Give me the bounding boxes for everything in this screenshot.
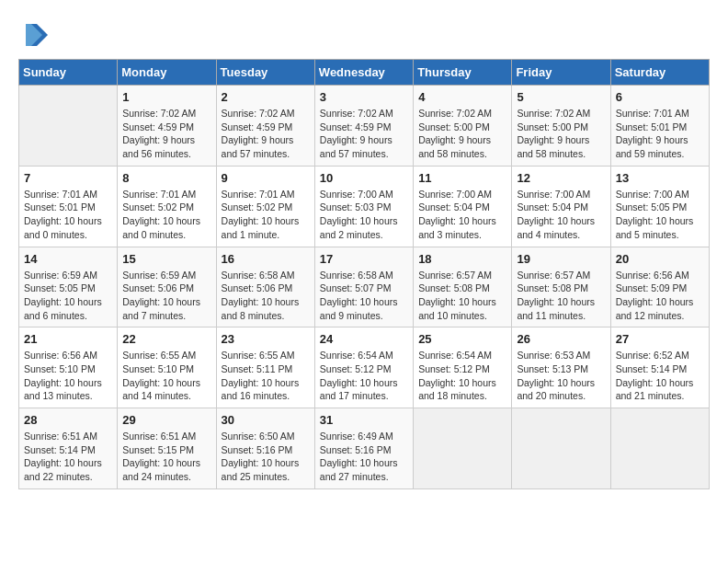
day-info: Sunrise: 7:01 AM Sunset: 5:02 PM Dayligh… <box>122 188 210 242</box>
day-info: Sunrise: 6:56 AM Sunset: 5:09 PM Dayligh… <box>616 269 704 323</box>
day-info: Sunrise: 6:52 AM Sunset: 5:14 PM Dayligh… <box>616 349 704 403</box>
day-info: Sunrise: 7:02 AM Sunset: 5:00 PM Dayligh… <box>517 107 605 161</box>
calendar-cell: 11Sunrise: 7:00 AM Sunset: 5:04 PM Dayli… <box>414 166 512 247</box>
column-header-sunday: Sunday <box>19 60 118 86</box>
calendar-cell <box>610 408 709 489</box>
column-header-monday: Monday <box>118 60 216 86</box>
calendar-cell: 18Sunrise: 6:57 AM Sunset: 5:08 PM Dayli… <box>414 247 512 327</box>
day-info: Sunrise: 6:56 AM Sunset: 5:10 PM Dayligh… <box>24 349 112 403</box>
day-info: Sunrise: 6:55 AM Sunset: 5:11 PM Dayligh… <box>222 349 310 403</box>
day-info: Sunrise: 6:58 AM Sunset: 5:06 PM Dayligh… <box>222 269 310 323</box>
calendar-cell: 19Sunrise: 6:57 AM Sunset: 5:08 PM Dayli… <box>512 247 610 327</box>
calendar-cell: 13Sunrise: 7:00 AM Sunset: 5:05 PM Dayli… <box>610 166 709 247</box>
day-number: 19 <box>517 252 605 266</box>
day-number: 5 <box>517 90 605 104</box>
day-number: 9 <box>222 171 310 185</box>
day-number: 1 <box>122 90 210 104</box>
calendar-cell: 5Sunrise: 7:02 AM Sunset: 5:00 PM Daylig… <box>512 86 610 167</box>
day-number: 17 <box>320 252 408 266</box>
day-number: 29 <box>122 413 210 427</box>
day-number: 3 <box>320 90 408 104</box>
calendar-header-row: SundayMondayTuesdayWednesdayThursdayFrid… <box>19 60 710 86</box>
column-header-friday: Friday <box>512 60 610 86</box>
day-number: 28 <box>24 413 112 427</box>
calendar-cell: 4Sunrise: 7:02 AM Sunset: 5:00 PM Daylig… <box>414 86 512 167</box>
calendar-week-row: 21Sunrise: 6:56 AM Sunset: 5:10 PM Dayli… <box>19 327 710 408</box>
day-info: Sunrise: 7:01 AM Sunset: 5:02 PM Dayligh… <box>222 188 310 242</box>
column-header-saturday: Saturday <box>610 60 709 86</box>
day-number: 7 <box>24 171 112 185</box>
day-number: 31 <box>320 413 408 427</box>
column-header-wednesday: Wednesday <box>314 60 413 86</box>
calendar-cell: 2Sunrise: 7:02 AM Sunset: 4:59 PM Daylig… <box>216 86 314 167</box>
day-info: Sunrise: 7:02 AM Sunset: 4:59 PM Dayligh… <box>122 107 210 161</box>
day-number: 18 <box>418 252 506 266</box>
day-number: 23 <box>222 332 310 346</box>
day-info: Sunrise: 7:01 AM Sunset: 5:01 PM Dayligh… <box>24 188 112 242</box>
logo-icon <box>18 18 51 52</box>
day-info: Sunrise: 6:54 AM Sunset: 5:12 PM Dayligh… <box>320 349 408 403</box>
calendar-week-row: 14Sunrise: 6:59 AM Sunset: 5:05 PM Dayli… <box>19 247 710 327</box>
calendar-cell: 28Sunrise: 6:51 AM Sunset: 5:14 PM Dayli… <box>19 408 118 489</box>
day-number: 25 <box>418 332 506 346</box>
day-number: 22 <box>122 332 210 346</box>
day-info: Sunrise: 7:00 AM Sunset: 5:04 PM Dayligh… <box>517 188 605 242</box>
calendar-cell: 16Sunrise: 6:58 AM Sunset: 5:06 PM Dayli… <box>216 247 314 327</box>
day-info: Sunrise: 6:51 AM Sunset: 5:15 PM Dayligh… <box>122 430 210 484</box>
calendar-week-row: 28Sunrise: 6:51 AM Sunset: 5:14 PM Dayli… <box>19 408 710 489</box>
day-number: 4 <box>418 90 506 104</box>
day-info: Sunrise: 6:54 AM Sunset: 5:12 PM Dayligh… <box>418 349 506 403</box>
day-number: 27 <box>616 332 704 346</box>
calendar-cell: 9Sunrise: 7:01 AM Sunset: 5:02 PM Daylig… <box>216 166 314 247</box>
calendar-cell: 27Sunrise: 6:52 AM Sunset: 5:14 PM Dayli… <box>610 327 709 408</box>
day-info: Sunrise: 7:02 AM Sunset: 5:00 PM Dayligh… <box>418 107 506 161</box>
calendar-table: SundayMondayTuesdayWednesdayThursdayFrid… <box>18 59 710 489</box>
day-info: Sunrise: 6:59 AM Sunset: 5:05 PM Dayligh… <box>24 269 112 323</box>
calendar-cell: 10Sunrise: 7:00 AM Sunset: 5:03 PM Dayli… <box>314 166 413 247</box>
calendar-cell: 14Sunrise: 6:59 AM Sunset: 5:05 PM Dayli… <box>19 247 118 327</box>
day-info: Sunrise: 6:57 AM Sunset: 5:08 PM Dayligh… <box>418 269 506 323</box>
day-number: 10 <box>320 171 408 185</box>
day-number: 30 <box>222 413 310 427</box>
calendar-cell: 6Sunrise: 7:01 AM Sunset: 5:01 PM Daylig… <box>610 86 709 167</box>
day-number: 6 <box>616 90 704 104</box>
day-number: 26 <box>517 332 605 346</box>
calendar-cell: 3Sunrise: 7:02 AM Sunset: 4:59 PM Daylig… <box>314 86 413 167</box>
calendar-cell: 29Sunrise: 6:51 AM Sunset: 5:15 PM Dayli… <box>118 408 216 489</box>
calendar-cell <box>414 408 512 489</box>
calendar-cell: 24Sunrise: 6:54 AM Sunset: 5:12 PM Dayli… <box>314 327 413 408</box>
calendar-cell: 7Sunrise: 7:01 AM Sunset: 5:01 PM Daylig… <box>19 166 118 247</box>
day-number: 13 <box>616 171 704 185</box>
day-number: 16 <box>222 252 310 266</box>
calendar-cell: 25Sunrise: 6:54 AM Sunset: 5:12 PM Dayli… <box>414 327 512 408</box>
column-header-tuesday: Tuesday <box>216 60 314 86</box>
calendar-cell: 12Sunrise: 7:00 AM Sunset: 5:04 PM Dayli… <box>512 166 610 247</box>
day-info: Sunrise: 6:58 AM Sunset: 5:07 PM Dayligh… <box>320 269 408 323</box>
day-info: Sunrise: 6:51 AM Sunset: 5:14 PM Dayligh… <box>24 430 112 484</box>
day-number: 12 <box>517 171 605 185</box>
column-header-thursday: Thursday <box>414 60 512 86</box>
calendar-cell: 20Sunrise: 6:56 AM Sunset: 5:09 PM Dayli… <box>610 247 709 327</box>
day-number: 14 <box>24 252 112 266</box>
day-info: Sunrise: 7:02 AM Sunset: 4:59 PM Dayligh… <box>320 107 408 161</box>
calendar-cell <box>19 86 118 167</box>
calendar-cell: 8Sunrise: 7:01 AM Sunset: 5:02 PM Daylig… <box>118 166 216 247</box>
calendar-cell: 23Sunrise: 6:55 AM Sunset: 5:11 PM Dayli… <box>216 327 314 408</box>
calendar-cell: 17Sunrise: 6:58 AM Sunset: 5:07 PM Dayli… <box>314 247 413 327</box>
calendar-cell: 21Sunrise: 6:56 AM Sunset: 5:10 PM Dayli… <box>19 327 118 408</box>
calendar-cell: 26Sunrise: 6:53 AM Sunset: 5:13 PM Dayli… <box>512 327 610 408</box>
day-info: Sunrise: 7:00 AM Sunset: 5:05 PM Dayligh… <box>616 188 704 242</box>
day-info: Sunrise: 7:01 AM Sunset: 5:01 PM Dayligh… <box>616 107 704 161</box>
day-info: Sunrise: 6:55 AM Sunset: 5:10 PM Dayligh… <box>122 349 210 403</box>
day-info: Sunrise: 6:59 AM Sunset: 5:06 PM Dayligh… <box>122 269 210 323</box>
day-number: 11 <box>418 171 506 185</box>
day-info: Sunrise: 7:02 AM Sunset: 4:59 PM Dayligh… <box>222 107 310 161</box>
calendar-cell: 31Sunrise: 6:49 AM Sunset: 5:16 PM Dayli… <box>314 408 413 489</box>
day-info: Sunrise: 6:50 AM Sunset: 5:16 PM Dayligh… <box>222 430 310 484</box>
day-number: 15 <box>122 252 210 266</box>
logo <box>18 18 57 52</box>
day-number: 8 <box>122 171 210 185</box>
day-info: Sunrise: 6:49 AM Sunset: 5:16 PM Dayligh… <box>320 430 408 484</box>
day-number: 21 <box>24 332 112 346</box>
calendar-week-row: 7Sunrise: 7:01 AM Sunset: 5:01 PM Daylig… <box>19 166 710 247</box>
